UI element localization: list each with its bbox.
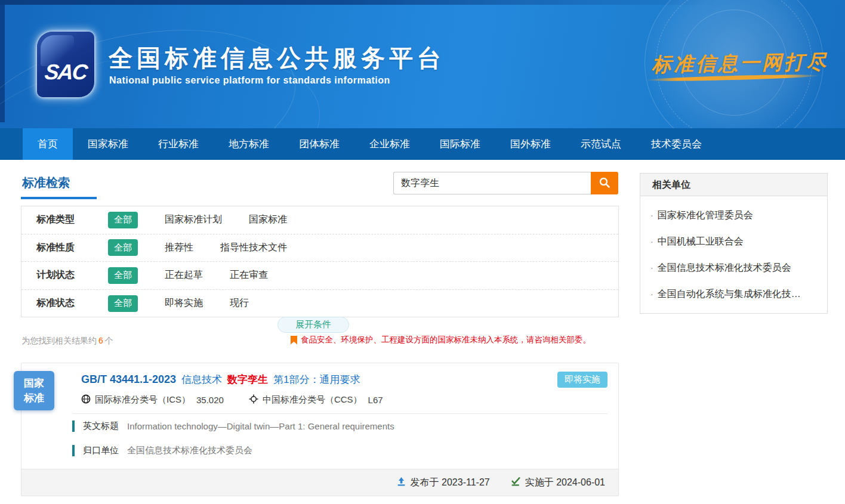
sac-logo[interactable]: SAC xyxy=(37,32,94,97)
filter-row-plan-status: 计划状态 全部 正在起草 正在审查 xyxy=(21,262,618,290)
nav-item-pilot[interactable]: 示范试点 xyxy=(566,128,636,160)
summary-suffix: 个 xyxy=(105,336,113,345)
nav-item-industry-standards[interactable]: 行业标准 xyxy=(143,128,214,160)
bullet-dot: · xyxy=(650,263,653,273)
implemented-date: 2024-06-01 xyxy=(556,477,605,488)
sidebar-item-sac[interactable]: ·国家标准化管理委员会 xyxy=(640,202,827,228)
filter-all-button[interactable]: 全部 xyxy=(108,295,138,312)
implemented-label: 实施于 xyxy=(525,477,554,489)
nav-item-international-standards[interactable]: 国际标准 xyxy=(425,128,495,160)
ccs-label: 中国标准分类号（CCS） xyxy=(263,394,362,406)
filter-row-standard-nature: 标准性质 全部 推荐性 指导性技术文件 xyxy=(21,234,618,262)
card-footer: 发布于 2023-11-27 实施于 2024-06-01 xyxy=(21,469,618,496)
filter-all-button[interactable]: 全部 xyxy=(108,239,138,256)
published-label: 发布于 xyxy=(411,477,439,489)
published-date-group: 发布于 2023-11-27 xyxy=(396,477,490,489)
result-summary: 为您找到相关结果约6个 xyxy=(21,336,113,347)
filter-label: 标准性质 xyxy=(36,242,91,254)
system-notice: 食品安全、环境保护、工程建设方面的国家标准未纳入本系统，请咨询相关部委。 xyxy=(291,335,591,345)
search-button[interactable] xyxy=(591,172,618,194)
ccs-group: 中国标准分类号（CCS） L67 xyxy=(249,394,383,406)
search-input[interactable] xyxy=(393,172,591,194)
sidebar-item-label: 全国自动化系统与集成标准化技… xyxy=(658,288,801,301)
bookmark-icon xyxy=(291,336,297,345)
filter-row-standard-type: 标准类型 全部 国家标准计划 国家标准 xyxy=(21,206,618,234)
field-accent-bar xyxy=(72,445,75,456)
expand-conditions-button[interactable]: 展开条件 xyxy=(277,317,349,333)
standard-title-part[interactable]: 第1部分：通用要求 xyxy=(273,373,360,386)
result-count: 6 xyxy=(98,336,103,345)
nav-item-technical-committee[interactable]: 技术委员会 xyxy=(636,128,717,160)
nav-item-national-standards[interactable]: 国家标准 xyxy=(73,128,143,160)
ics-value: 35.020 xyxy=(196,395,224,405)
sidebar-padding xyxy=(640,307,827,313)
filter-option[interactable]: 现行 xyxy=(230,297,249,310)
committee-row: 归口单位 全国信息技术标准化技术委员会 xyxy=(72,445,252,456)
filter-label: 标准类型 xyxy=(36,214,91,226)
field-value: Information technology—Digital twin—Part… xyxy=(127,421,394,431)
ccs-value: L67 xyxy=(368,395,383,405)
summary-prefix: 为您找到相关结果约 xyxy=(21,336,97,345)
filter-all-button[interactable]: 全部 xyxy=(108,212,138,228)
implemented-date-group: 实施于 2024-06-01 xyxy=(510,477,605,489)
filter-option[interactable]: 推荐性 xyxy=(165,242,193,254)
bullet-dot: · xyxy=(650,237,653,246)
site-title-chinese: 全国标准信息公共服务平台 xyxy=(109,42,445,75)
sidebar-padding xyxy=(640,196,827,202)
filter-label: 标准状态 xyxy=(36,297,91,310)
sac-logo-text: SAC xyxy=(44,60,88,85)
field-label: 归口单位 xyxy=(83,445,119,456)
classification-meta: 国际标准分类号（ICS） 35.020 中国标准分类号（CCS） L67 xyxy=(81,394,408,406)
english-title-row: 英文标题 Information technology—Digital twin… xyxy=(72,420,394,432)
bullet-dot: · xyxy=(650,211,653,220)
nav-spacer xyxy=(0,128,23,160)
filter-panel: 标准类型 全部 国家标准计划 国家标准 标准性质 全部 推荐性 指导性技术文件 … xyxy=(21,206,619,317)
search-section-title: 标准检索 xyxy=(22,175,70,191)
sidebar-item-label: 全国信息技术标准化技术委员会 xyxy=(658,262,791,274)
filter-option[interactable]: 国家标准 xyxy=(249,214,287,226)
magnifier-icon xyxy=(599,177,610,190)
site-header: SAC 全国标准信息公共服务平台 National public service… xyxy=(0,0,845,128)
filter-option[interactable]: 指导性技术文件 xyxy=(220,242,287,254)
related-units-panel: 相关单位 ·国家标准化管理委员会 ·中国机械工业联合会 ·全国信息技术标准化技术… xyxy=(640,173,828,314)
filter-row-standard-status: 标准状态 全部 即将实施 现行 xyxy=(21,290,618,318)
page: SAC 全国标准信息公共服务平台 National public service… xyxy=(0,0,845,504)
published-date: 2023-11-27 xyxy=(442,477,490,488)
filter-option[interactable]: 即将实施 xyxy=(165,297,203,310)
filter-option[interactable]: 正在审查 xyxy=(230,269,268,282)
field-accent-bar xyxy=(72,420,75,432)
card-divider xyxy=(72,413,607,414)
search-term-highlight[interactable]: 数字孪生 xyxy=(227,373,268,386)
nav-item-foreign-standards[interactable]: 国外标准 xyxy=(495,128,566,160)
globe-icon xyxy=(81,394,95,406)
related-units-title: 相关单位 xyxy=(640,174,827,196)
nav-item-home[interactable]: 首页 xyxy=(23,128,73,160)
filter-label: 计划状态 xyxy=(36,269,91,282)
nav-item-local-standards[interactable]: 地方标准 xyxy=(214,128,284,160)
nav-item-group-standards[interactable]: 团体标准 xyxy=(284,128,354,160)
header-slogan: 标准信息一网打尽 xyxy=(652,48,829,78)
compass-icon xyxy=(249,394,263,406)
sidebar-item-machinery-federation[interactable]: ·中国机械工业联合会 xyxy=(640,228,827,255)
standard-title-part[interactable]: 信息技术 xyxy=(181,373,222,386)
standard-code[interactable]: GB/T 43441.1-2023 xyxy=(81,373,176,386)
standard-title-link[interactable]: GB/T 43441.1-2023 信息技术 数字孪生 第1部分：通用要求 xyxy=(81,373,360,386)
sidebar-item-label: 中国机械工业联合会 xyxy=(658,236,744,248)
filter-option[interactable]: 国家标准计划 xyxy=(165,214,222,226)
sidebar-item-label: 国家标准化管理委员会 xyxy=(658,209,753,222)
sidebar-item-automation-systems[interactable]: ·全国自动化系统与集成标准化技… xyxy=(640,281,827,307)
badge-line: 国家 xyxy=(24,376,44,391)
publish-upload-icon xyxy=(396,477,411,489)
status-badge: 即将实施 xyxy=(557,372,607,388)
section-title-underline xyxy=(21,197,97,199)
filter-all-button[interactable]: 全部 xyxy=(108,267,138,284)
ics-group: 国际标准分类号（ICS） 35.020 xyxy=(81,394,224,406)
standard-result-card: 国家 标准 GB/T 43441.1-2023 信息技术 数字孪生 第1部分：通… xyxy=(21,363,619,496)
filter-option[interactable]: 正在起草 xyxy=(165,269,203,282)
ics-label: 国际标准分类号（ICS） xyxy=(95,394,190,406)
sidebar-item-it-standardization[interactable]: ·全国信息技术标准化技术委员会 xyxy=(640,255,827,281)
bullet-dot: · xyxy=(650,289,653,299)
site-title-english: National public service platform for sta… xyxy=(109,75,390,86)
main-nav: 首页 国家标准 行业标准 地方标准 团体标准 企业标准 国际标准 国外标准 示范… xyxy=(0,128,845,160)
nav-item-enterprise-standards[interactable]: 企业标准 xyxy=(354,128,425,160)
